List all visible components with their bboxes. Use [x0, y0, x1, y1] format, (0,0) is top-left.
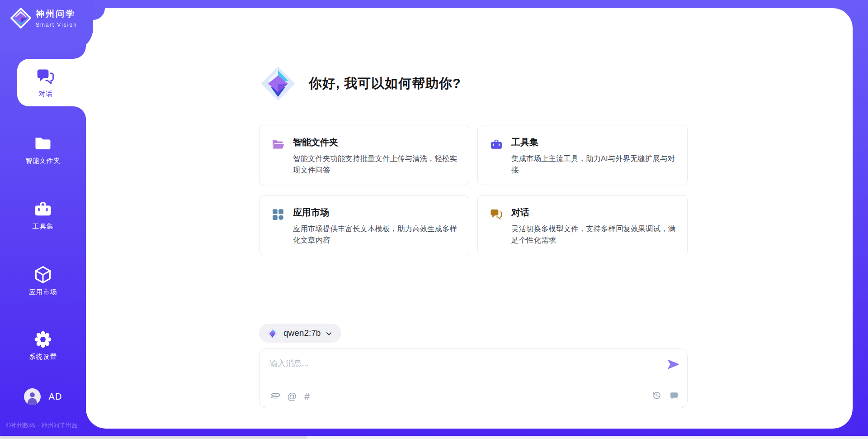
- sidebar-item-chat[interactable]: 对话: [17, 59, 86, 106]
- composer-toolbar: @ #: [270, 391, 679, 402]
- history-button[interactable]: [652, 391, 662, 402]
- folder-open-icon: [271, 138, 285, 151]
- card-title: 智能文件夹: [293, 136, 457, 148]
- sidebar-item-app-market[interactable]: 应用市场: [0, 259, 86, 302]
- toolbox-icon: [33, 199, 53, 219]
- card-description: 应用市场提供丰富长文本模板，助力高效生成多样化文章内容: [293, 223, 457, 246]
- model-selector[interactable]: qwen2:7b: [259, 324, 341, 343]
- hash-icon: #: [304, 392, 310, 401]
- chat-icon: [36, 67, 56, 87]
- chat-icon: [490, 208, 503, 221]
- sidebar-item-label: 系统设置: [29, 353, 57, 361]
- card-description: 智能文件夹功能支持批量文件上传与清洗，轻松实现文件问答: [293, 153, 457, 176]
- chevron-down-icon: [326, 330, 332, 337]
- brand-subtitle: Smart Vision: [36, 22, 77, 28]
- card-chat[interactable]: 对话 灵活切换多模型文件，支持多样回复效果调试，满足个性化需求: [477, 195, 688, 255]
- chat-bubble-icon: [669, 391, 679, 402]
- toolbox-icon: [490, 138, 503, 151]
- sidebar-item-label: 智能文件夹: [25, 157, 61, 165]
- user-initials: AD: [49, 391, 62, 402]
- attach-file-button[interactable]: [270, 391, 279, 401]
- brand-logo: 神州问学 Smart Vision: [0, 0, 93, 51]
- card-title: 应用市场: [293, 206, 457, 219]
- message-input[interactable]: [262, 352, 651, 380]
- at-icon: @: [287, 392, 297, 401]
- paperclip-icon: [268, 389, 282, 403]
- sidebar-item-settings[interactable]: 系统设置: [0, 324, 86, 367]
- avatar: [24, 388, 41, 405]
- composer-divider: [269, 384, 677, 384]
- footer-credit: ©神州数码 · 神州问学出品: [6, 421, 78, 429]
- card-description: 集成市场上主流工具，助力AI与外界无缝扩展与对接: [511, 153, 675, 176]
- model-name: qwen2:7b: [283, 328, 321, 338]
- sidebar-item-label: 工具集: [33, 222, 54, 231]
- card-toolset[interactable]: 工具集 集成市场上主流工具，助力AI与外界无缝扩展与对接: [477, 125, 688, 185]
- card-app-market[interactable]: 应用市场 应用市场提供丰富长文本模板，助力高效生成多样化文章内容: [259, 195, 469, 255]
- card-title: 对话: [511, 206, 675, 219]
- card-title: 工具集: [511, 136, 675, 148]
- greeting-block: 你好, 我可以如何帮助你?: [259, 65, 461, 103]
- brand-diamond-icon: [259, 65, 297, 103]
- conversation-button[interactable]: [669, 391, 679, 402]
- scrollbar-thumb[interactable]: [0, 436, 307, 439]
- brand-diamond-icon: [266, 327, 278, 339]
- sidebar-item-toolset[interactable]: 工具集: [0, 194, 86, 236]
- user-profile[interactable]: AD: [0, 388, 86, 405]
- greeting-title: 你好, 我可以如何帮助你?: [309, 75, 461, 93]
- sidebar-item-label: 对话: [39, 90, 53, 98]
- history-icon: [652, 391, 662, 402]
- grid-icon: [271, 208, 285, 221]
- panel-top-fillet: [93, 8, 105, 20]
- brand-title: 神州问学: [36, 8, 77, 20]
- sidebar-item-label: 应用市场: [29, 288, 57, 296]
- send-icon: [666, 365, 680, 372]
- brand-diamond-white-icon: [10, 7, 32, 29]
- app-root: { "brand": { "title": "神州问学", "subtitle"…: [0, 0, 868, 439]
- cube-icon: [33, 265, 53, 285]
- feature-cards: 智能文件夹 智能文件夹功能支持批量文件上传与清洗，轻松实现文件问答 工具集 集成…: [259, 125, 688, 255]
- gear-icon: [33, 329, 53, 349]
- mention-button[interactable]: @: [287, 392, 297, 401]
- sidebar-item-smart-folders[interactable]: 智能文件夹: [0, 128, 86, 171]
- send-button[interactable]: [665, 358, 681, 372]
- folder-icon: [33, 134, 53, 153]
- topic-button[interactable]: #: [304, 392, 310, 401]
- card-description: 灵活切换多模型文件，支持多样回复效果调试，满足个性化需求: [511, 223, 675, 246]
- tab-fillet-bottom: [73, 106, 86, 119]
- card-smart-folders[interactable]: 智能文件夹 智能文件夹功能支持批量文件上传与清洗，轻松实现文件问答: [259, 125, 469, 185]
- horizontal-scrollbar[interactable]: [0, 436, 868, 439]
- message-composer: @ #: [259, 348, 688, 408]
